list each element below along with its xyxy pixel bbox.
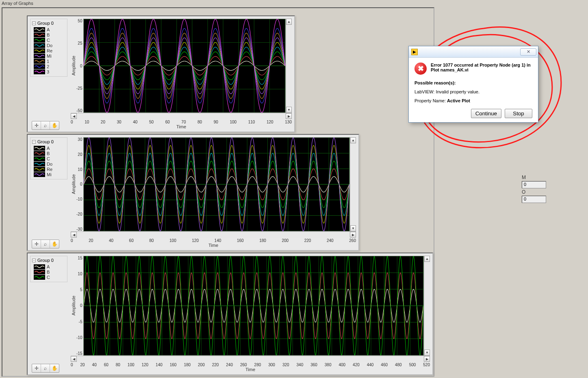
legend-item[interactable]: Do xyxy=(32,43,65,48)
zoom-tool-button[interactable]: ⌕ xyxy=(41,240,50,248)
legend-item[interactable]: 1 xyxy=(32,59,65,64)
legend-swatch xyxy=(34,162,45,166)
y-axis-ticks: 3020100-10-20-30 xyxy=(76,137,83,231)
y-axis-ticks: 151050-5-10-15 xyxy=(76,256,83,356)
legend-label: 1 xyxy=(47,59,49,64)
tree-collapse-icon[interactable]: − xyxy=(32,140,36,144)
dialog-message: Error 1077 occurred at Property Node (ar… xyxy=(431,63,531,75)
legend-item[interactable]: C xyxy=(32,275,65,280)
dialog-body: ✖ Error 1077 occurred at Property Node (… xyxy=(409,58,538,122)
vertical-scrollbar[interactable]: ▲ ▼ xyxy=(350,137,356,231)
scroll-left-icon[interactable]: ◀ xyxy=(71,113,77,119)
vertical-scrollbar[interactable]: ▲ ▼ xyxy=(286,19,292,113)
legend-swatch xyxy=(34,69,45,74)
legend-item[interactable]: A xyxy=(32,146,65,151)
legend-item[interactable]: Do xyxy=(32,162,65,166)
tree-collapse-icon[interactable]: − xyxy=(32,22,36,25)
dialog-reason-text: LabVIEW: Invalid property value. xyxy=(414,89,532,94)
horizontal-scrollbar[interactable]: ◀ ▶ xyxy=(71,356,430,362)
legend-item[interactable]: 2 xyxy=(32,64,65,69)
dialog-close-button[interactable]: ✕ xyxy=(520,48,536,56)
m-label: M xyxy=(522,175,526,180)
scroll-down-icon[interactable]: ▼ xyxy=(350,225,356,231)
scroll-left-icon[interactable]: ◀ xyxy=(71,356,77,362)
legend-label: B xyxy=(47,270,50,274)
legend-swatch xyxy=(34,59,45,64)
legend-item[interactable]: B xyxy=(32,32,65,37)
legend-label: 3 xyxy=(47,69,49,74)
pan-tool-button[interactable]: ✋ xyxy=(50,121,59,130)
legend-swatch xyxy=(34,156,45,161)
graphs-panel: − Group 0 A B xyxy=(2,7,434,377)
graph-palette: ✛ ⌕ ✋ xyxy=(32,121,59,130)
y-axis-label: Amplitude xyxy=(71,19,76,113)
legend-label: 2 xyxy=(47,64,49,69)
legend-item[interactable]: Re xyxy=(32,167,65,172)
legend-item[interactable]: C xyxy=(32,156,65,161)
scroll-up-icon[interactable]: ▲ xyxy=(424,256,430,262)
zoom-tool-button[interactable]: ⌕ xyxy=(41,364,50,372)
plot-area[interactable] xyxy=(83,19,286,113)
legend-item[interactable]: C xyxy=(32,38,65,43)
crosshair-tool-button[interactable]: ✛ xyxy=(32,240,41,248)
x-axis-label: Time xyxy=(71,243,356,248)
dialog-message-line1: Error 1077 occurred at Property Node (ar… xyxy=(431,63,531,67)
legend-group-title: Group 0 xyxy=(37,21,54,26)
legend-swatch xyxy=(34,54,45,58)
legend-swatch xyxy=(34,32,45,37)
legend-label: B xyxy=(47,32,50,37)
graph-card-2: − Group 0 A B xyxy=(27,134,359,251)
legend-item[interactable]: Mi xyxy=(32,54,65,58)
array-label: Array of Graphs xyxy=(2,1,33,6)
legend-item[interactable]: Re xyxy=(32,48,65,53)
crosshair-tool-button[interactable]: ✛ xyxy=(32,121,41,130)
legend-swatch xyxy=(34,167,45,172)
legend-swatch xyxy=(34,64,45,69)
plot-area[interactable] xyxy=(83,256,424,356)
legend-label: Do xyxy=(47,162,52,166)
crosshair-tool-button[interactable]: ✛ xyxy=(32,364,41,372)
legend-swatch xyxy=(34,43,45,48)
horizontal-scrollbar[interactable]: ◀ ▶ xyxy=(71,113,292,119)
tree-collapse-icon[interactable]: − xyxy=(32,259,36,262)
dialog-titlebar[interactable]: ▶ ✕ xyxy=(409,46,538,58)
legend-item[interactable]: A xyxy=(32,264,65,269)
legend-label: C xyxy=(47,38,50,43)
legend-item[interactable]: Mi xyxy=(32,172,65,177)
legend-item[interactable]: B xyxy=(32,270,65,274)
plot-area[interactable] xyxy=(83,137,350,231)
dialog-message-line2: Plot names_AK.vi xyxy=(431,67,469,72)
scroll-up-icon[interactable]: ▲ xyxy=(286,19,292,25)
scroll-right-icon[interactable]: ▶ xyxy=(424,356,430,362)
x-axis-ticks: 0102030405060708090100110120130 xyxy=(71,119,292,124)
vertical-scrollbar[interactable]: ▲ ▼ xyxy=(424,256,430,356)
legend-item[interactable]: B xyxy=(32,151,65,156)
dialog-reasons-label: Possible reason(s): xyxy=(414,80,532,85)
legend-item[interactable]: 3 xyxy=(32,69,65,74)
legend-swatch xyxy=(34,270,45,274)
pan-tool-button[interactable]: ✋ xyxy=(50,240,59,248)
scroll-down-icon[interactable]: ▼ xyxy=(286,107,292,113)
scroll-right-icon[interactable]: ▶ xyxy=(286,113,292,119)
x-axis-ticks: 0204060801001201401601802002202402602803… xyxy=(71,362,430,367)
legend-swatch xyxy=(34,146,45,151)
legend-label: A xyxy=(47,146,50,151)
stop-button[interactable]: Stop xyxy=(505,109,532,118)
continue-button[interactable]: Continue xyxy=(471,109,501,118)
labview-icon: ▶ xyxy=(411,49,418,55)
legend-label: Mi xyxy=(47,172,52,177)
horizontal-scrollbar[interactable]: ◀ ▶ xyxy=(71,231,356,238)
y-axis-label: Amplitude xyxy=(71,256,76,356)
scroll-down-icon[interactable]: ▼ xyxy=(424,350,430,356)
scroll-left-icon[interactable]: ◀ xyxy=(71,232,77,238)
scroll-up-icon[interactable]: ▲ xyxy=(350,137,356,143)
pan-tool-button[interactable]: ✋ xyxy=(50,364,59,372)
legend-item[interactable]: A xyxy=(32,27,65,32)
error-icon: ✖ xyxy=(414,63,427,75)
x-axis-label: Time xyxy=(71,367,430,372)
zoom-tool-button[interactable]: ⌕ xyxy=(41,121,50,130)
legend-label: Mi xyxy=(47,54,52,58)
scroll-right-icon[interactable]: ▶ xyxy=(350,232,356,238)
legend-swatch xyxy=(34,27,45,32)
graph-palette: ✛ ⌕ ✋ xyxy=(32,364,59,373)
